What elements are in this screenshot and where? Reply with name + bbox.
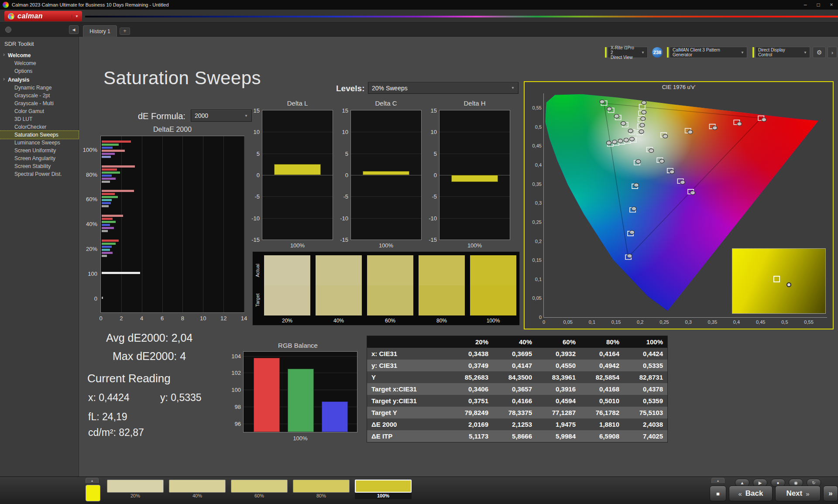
pattern-window-button[interactable] [86,485,100,501]
pattern-generator-select[interactable]: CalMAN Client 3 Pattern Generator ▼ [670,47,747,58]
x-axis-label: 100% [439,242,510,249]
de-formula-select[interactable]: 2000 ▼ [191,110,252,122]
workflow-title: SDR Toolkit [0,37,79,51]
delta-chart-delta-h[interactable]: Delta H151050-5-10-15100% [439,99,510,249]
sidebar-item-screen-stability[interactable]: Screen Stability [0,162,79,170]
session-dot-button[interactable] [5,27,11,33]
delta-chart-delta-l[interactable]: Delta L151050-5-10-15100% [262,99,333,249]
chevron-down-icon: ▼ [737,51,744,55]
reading-cd: cd/m²: 82,87 [88,427,144,439]
y-tick-label: 0 [94,295,97,302]
table-cell: 1,8810 [580,418,624,430]
chart-plot: 151050-5-10-15 [439,110,510,240]
add-tab-button[interactable]: + [120,27,130,35]
cie-panel[interactable]: CIE 1976 u'v' [524,81,834,329]
reading-fl: fL: 24,19 [88,411,127,423]
y-tick-label: 100 [231,387,241,393]
stop-button[interactable]: ■ [710,486,726,501]
levels-select[interactable]: 20% Sweeps ▼ [368,82,519,94]
next-button[interactable]: Next » [775,486,821,501]
maximize-button[interactable]: □ [812,0,825,10]
sidebar-item-grayscale-2pt[interactable]: Grayscale - 2pt [0,92,79,99]
page-title: Saturation Sweeps [103,68,261,89]
y-tick-label: 5 [434,150,437,157]
sidebar-item-color-gamut[interactable]: Color Gamut [0,107,79,115]
pattern-swatch-100[interactable]: 100% [355,480,412,499]
back-button[interactable]: « Back [729,486,773,501]
sidebar-item-spectral-power-dist[interactable]: Spectral Power Dist. [0,170,79,178]
swatch-column-80: 80% [419,255,465,325]
swatch-color [231,480,288,493]
sidebar-item-luminance-sweeps[interactable]: Luminance Sweeps [0,139,79,147]
pattern-swatch-20[interactable]: 20% [107,480,164,499]
bar [102,224,110,226]
delta-chart-delta-c[interactable]: Delta C151050-5-10-15100% [350,99,422,249]
pattern-swatch-60[interactable]: 60% [231,480,288,499]
x-axis-label: 100% [350,242,422,249]
actual-swatch [367,255,413,285]
y-tick-label: 10 [431,129,437,135]
tab-history-1[interactable]: History 1 [83,25,117,37]
row-label: Target Y [367,407,449,418]
swatch-column-20: 20% [264,255,310,325]
table-cell: 2,1253 [493,418,536,430]
chevron-down-icon: ▼ [638,51,645,55]
target-swatch [470,285,516,315]
transport-panel-toggle[interactable]: ▲ [711,478,725,483]
sidebar-item-screen-angularity[interactable]: Screen Angularity [0,154,79,162]
meter-select[interactable]: X-Rite i1Pro 2 Direct View ▼ [608,47,648,58]
y-tick-label: 60% [86,196,97,202]
rgb-plot[interactable]: 9698100102104 [243,351,357,432]
measurement-marker [737,122,742,126]
display-control-select[interactable]: Direct Display Control ▼ [755,47,810,58]
x-tick-label: 0,05 [563,319,572,325]
x-tick-label: 0,45 [756,319,765,325]
close-button[interactable]: × [825,0,838,10]
gridline [262,154,333,154]
sidebar-item-options[interactable]: Options [0,67,79,75]
display-control-text: Direct Display Control [758,48,800,57]
pattern-swatch-80[interactable]: 80% [293,480,350,499]
sidebar-item-dynamic-range[interactable]: Dynamic Range [0,84,79,92]
table-cell: 85,2683 [449,371,493,383]
bar [102,230,108,232]
deltae-plot[interactable]: 02468101214100%80%60%40%20%1000 [100,136,244,313]
row-label: ΔE 2000 [367,418,449,430]
sidebar-item-welcome[interactable]: Welcome [0,59,79,67]
bar [363,171,409,175]
table-row: Y85,268384,350083,396182,585482,8731 [367,371,667,383]
sidebar-item-colorchecker[interactable]: ColorChecker [0,123,79,131]
sidebar-item-screen-uniformity[interactable]: Screen Uniformity [0,147,79,154]
gear-icon[interactable]: ⚙ [813,47,826,58]
calman-menu-button[interactable]: calman ▼ [4,11,82,21]
y-tick-label: 0,1 [535,277,542,282]
measurement-marker [629,137,634,141]
tree-section-welcome[interactable]: Welcome [0,51,79,59]
deltae-chart-title: DeltaE 2000 [100,126,244,134]
bar [102,196,118,198]
pattern-panel-toggle[interactable]: ▲ [86,478,99,483]
gridline [440,132,510,132]
sidebar-item-3d-lut[interactable]: 3D LUT [0,115,79,123]
minimize-button[interactable]: – [799,0,812,10]
corner-cell [367,336,449,348]
swatch-strip[interactable]: Actual Target 20%40%60%80%100% [252,251,520,326]
gridline [244,136,244,312]
target-swatch [419,285,465,315]
column-header: 20% [449,336,493,348]
table-row: y: CIE310,37490,41470,45500,49420,5335 [367,360,667,371]
sidebar-collapse-button[interactable]: ◀ [69,25,79,34]
more-button[interactable]: › [828,47,837,58]
sidebar-item-grayscale-multi[interactable]: Grayscale - Multi [0,99,79,107]
table-cell: 0,4550 [536,360,580,371]
x-tick-label: 0,25 [659,319,669,325]
tab-bar: ◀ History 1 + X-Rite i1Pro 2 Direct View… [0,23,838,37]
cie-zoom-inset [732,248,826,314]
table-cell: 0,3695 [493,348,536,360]
next-page-button[interactable]: » [823,486,838,501]
sidebar-item-saturation-sweeps[interactable]: Saturation Sweeps [0,131,79,139]
max-de2000: Max dE2000: 4 [113,350,186,363]
pattern-swatch-40[interactable]: 40% [169,480,226,499]
tree-section-analysis[interactable]: Analysis [0,75,79,84]
table-cell: 7,4025 [624,430,667,442]
